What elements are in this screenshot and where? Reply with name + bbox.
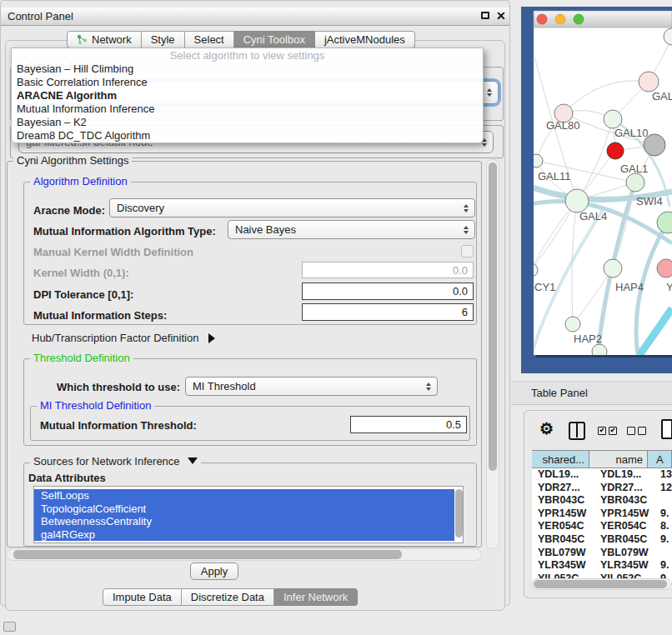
network-canvas <box>534 11 672 355</box>
tab-style[interactable]: Style <box>142 31 185 48</box>
expand-right-icon[interactable] <box>208 333 215 343</box>
tab-impute-data[interactable]: Impute Data <box>103 588 182 606</box>
gear-icon[interactable]: ⚙ <box>539 420 554 438</box>
close-traffic-icon[interactable] <box>537 14 547 24</box>
float-window-icon[interactable] <box>481 12 489 19</box>
network-window[interactable]: GAL GAL80 GAL10 GAL11 GAL1 SWI4 GAL4 GCY… <box>521 7 672 373</box>
split-columns-icon[interactable] <box>569 422 585 440</box>
node-hap2[interactable] <box>565 317 580 332</box>
mi-threshold-title: MI Threshold Definition <box>37 400 154 412</box>
combo-arrows-icon <box>423 382 434 391</box>
svg-text:GAL4: GAL4 <box>579 210 607 222</box>
bottom-tabs: Impute Data Discretize Data Infer Networ… <box>103 588 358 606</box>
node-hap4[interactable] <box>604 259 622 278</box>
tab-cyni-toolbox[interactable]: Cyni Toolbox <box>234 31 315 48</box>
attributes-vscrollbar-thumb[interactable] <box>455 489 463 538</box>
apply-button[interactable]: Apply <box>190 562 238 580</box>
combo-arrows-icon <box>460 204 471 212</box>
control-panel-titlebar <box>1 8 509 26</box>
node-table: shared... name A YDL19...YDL19...13 YDR2… <box>532 450 672 588</box>
cyni-settings-title: Cyni Algorithm Settings <box>13 155 132 167</box>
column-partial[interactable]: A <box>648 451 672 468</box>
manual-kernel-label: Manual Kernel Width Definition <box>33 246 193 258</box>
table-row[interactable]: YPR145WYPR145W9. <box>532 508 672 521</box>
collapse-down-icon[interactable] <box>188 458 198 464</box>
network-tab-icon <box>77 34 88 45</box>
node-red-selected[interactable] <box>607 142 624 159</box>
svg-text:HAP4: HAP4 <box>615 281 644 293</box>
table-rows: YDL19...YDL19...13 YDR27...YDR27...12 YB… <box>532 468 672 585</box>
table-row[interactable]: YBL079WYBL079W <box>532 547 672 560</box>
list-item[interactable]: gal4RGexp <box>34 528 454 542</box>
algorithm-dropdown-popup: Select algorithm to view settings Bayesi… <box>11 48 484 143</box>
dropdown-item-highlighted[interactable]: ARACNE Algorithm <box>12 89 483 102</box>
collapsed-panel-icon[interactable] <box>3 622 16 632</box>
combo-arrows-icon <box>484 88 494 97</box>
table-row[interactable]: YER054CYER054C8. <box>532 520 672 533</box>
window-titlebar <box>534 11 672 28</box>
manual-kernel-checkbox[interactable] <box>461 245 474 258</box>
minimize-traffic-icon[interactable] <box>555 14 565 24</box>
list-item[interactable]: TopologicalCoefficient <box>34 502 454 516</box>
node-pink-right[interactable] <box>657 259 672 278</box>
tab-select[interactable]: Select <box>185 31 234 48</box>
svg-text:GAL: GAL <box>652 90 672 102</box>
dropdown-item[interactable]: Mutual Information Inference <box>12 102 483 116</box>
zoom-traffic-icon[interactable] <box>574 14 584 24</box>
dropdown-placeholder: Select algorithm to view settings <box>12 48 483 62</box>
table-row[interactable]: YDL19...YDL19...13 <box>532 468 672 482</box>
table-hscrollbar-thumb[interactable] <box>534 580 667 588</box>
svg-text:SWI4: SWI4 <box>636 195 663 208</box>
table-row[interactable]: YLR345WYLR345W9. <box>532 559 672 572</box>
table-header: shared... name A <box>532 450 672 468</box>
unchecked-boxes-icon[interactable] <box>627 427 646 435</box>
node-gal-top[interactable] <box>639 72 659 92</box>
tab-label: Network <box>92 33 132 46</box>
column-shared-name[interactable]: shared... <box>532 451 589 468</box>
svg-text:GAL80: GAL80 <box>546 119 579 132</box>
mi-type-combo[interactable]: Naive Bayes <box>228 220 475 239</box>
combo-arrows-icon <box>460 226 471 234</box>
node-gal4[interactable] <box>565 189 589 212</box>
hub-definition-toggle[interactable]: Hub/Transcription Factor Definition <box>32 332 215 344</box>
svg-text:GAL1: GAL1 <box>620 162 648 175</box>
svg-text:GAL10: GAL10 <box>614 127 648 139</box>
control-panel-tabs: Network Style Select Cyni Toolbox jActiv… <box>67 31 415 48</box>
tab-discretize-data[interactable]: Discretize Data <box>182 588 274 606</box>
data-attributes-list[interactable]: SelfLoops TopologicalCoefficient Between… <box>33 486 464 543</box>
dropdown-item[interactable]: Dream8 DC_TDC Algorithm <box>12 129 483 142</box>
tab-jactivemnodules[interactable]: jActiveMNodules <box>315 31 415 48</box>
sources-title[interactable]: Sources for Network Inference <box>30 456 201 468</box>
dropdown-item[interactable]: Bayesian – K2 <box>12 116 483 129</box>
table-row[interactable]: YBR043CYBR043C <box>532 494 672 508</box>
dpi-tolerance-field[interactable]: 0.0 <box>302 282 474 300</box>
settings-hscrollbar-thumb[interactable] <box>13 550 402 559</box>
list-item[interactable]: SelfLoops <box>34 489 454 502</box>
node-gal10[interactable] <box>604 110 622 128</box>
mi-threshold-field[interactable]: 0.5 <box>350 416 467 433</box>
data-attributes-label: Data Attributes <box>28 472 106 484</box>
threshold-definition-title: Threshold Definition <box>30 352 133 364</box>
aracne-mode-label: Aracne Mode: <box>33 204 105 217</box>
tab-network[interactable]: Network <box>67 31 142 48</box>
tab-infer-network[interactable]: Infer Network <box>274 588 358 606</box>
mi-steps-field[interactable]: 6 <box>302 303 474 321</box>
settings-vscrollbar-thumb[interactable] <box>489 162 497 471</box>
dpi-tolerance-label: DPI Tolerance [0,1]: <box>33 288 133 301</box>
dropdown-item[interactable]: Basic Correlation Inference <box>12 76 483 89</box>
document-icon[interactable] <box>661 419 672 439</box>
column-name[interactable]: name <box>589 451 648 468</box>
node-gal1[interactable] <box>626 173 644 192</box>
close-icon[interactable]: ✕ <box>496 10 506 22</box>
aracne-mode-combo[interactable]: Discovery <box>109 198 475 218</box>
kernel-width-label: Kernel Width (0,1): <box>33 267 129 279</box>
checked-boxes-icon[interactable]: ✔ ✔ <box>598 427 617 435</box>
kernel-width-field: 0.0 <box>302 262 474 278</box>
dropdown-item[interactable]: Bayesian – Hill Climbing <box>12 62 483 76</box>
which-threshold-label: Which threshold to use: <box>57 381 180 393</box>
list-item[interactable]: BetweennessCentrality <box>34 515 454 528</box>
which-threshold-combo[interactable]: MI Threshold <box>185 377 438 396</box>
table-row[interactable]: YDR27...YDR27...12 <box>532 482 672 495</box>
table-row[interactable]: YBR045CYBR045C9. <box>532 533 672 547</box>
svg-text:Y: Y <box>666 281 672 293</box>
